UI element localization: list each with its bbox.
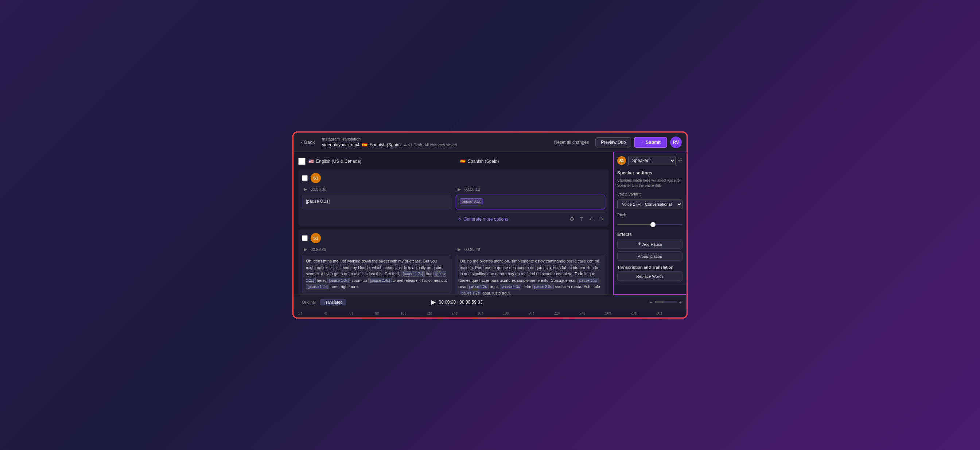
pitch-slider[interactable] [617, 221, 682, 228]
voice-variant-dropdown[interactable]: Voice 1 (F) - ConversationalVoice 2 (M) … [617, 200, 682, 209]
segment-1-text-left-content: [pause 0.1s] [306, 199, 329, 204]
segment-2-play-left[interactable]: ▶ [302, 246, 309, 253]
select-all-checkbox[interactable] [298, 158, 305, 165]
segment-1-play-left[interactable]: ▶ [302, 186, 309, 193]
pause-tag-5: [pause 1.2s] [306, 284, 329, 290]
pitch-slider-thumb[interactable] [651, 222, 655, 227]
segment-1-text-right[interactable]: pause 0.1s [456, 195, 605, 209]
translated-tab[interactable]: Translated [320, 299, 346, 306]
replace-words-button[interactable]: Replace Words [617, 271, 682, 281]
effects-title: Effects [617, 232, 682, 237]
undo-button[interactable]: ↶ [588, 215, 595, 223]
segment-1-text-left[interactable]: [pause 0.1s] [302, 195, 451, 209]
tick-18s: 18s [503, 311, 528, 315]
tick-26s: 26s [605, 311, 631, 315]
submit-button[interactable]: ✓ Submit [634, 137, 667, 148]
segment-2-left: ▶ 00:28:49 Oh, don't mind me just walkin… [302, 246, 451, 295]
text-icon-button[interactable]: T [579, 215, 585, 223]
file-name: videoplayback.mp4 [322, 143, 360, 147]
main-play-button[interactable]: ▶ [431, 299, 436, 306]
timeline-bar[interactable]: 2s 4s 6s 8s 10s 12s 14s 16s 18s 20s 22s … [294, 309, 686, 317]
back-chevron-icon: ‹ [301, 139, 302, 145]
editor-area[interactable]: 🇺🇸 English (US & Canada) 🇪🇸 Spanish (Spa… [294, 152, 613, 295]
zoom-slider-track[interactable] [655, 301, 677, 303]
seg2-pause-3: pause 1.3s [500, 284, 521, 290]
back-label: Back [304, 139, 315, 145]
redo-button[interactable]: ↷ [598, 215, 605, 223]
language-flag: 🇪🇸 [362, 142, 368, 147]
segment-1-right: ▶ 00:00:10 pause 0.1s ↻ Generate more op… [456, 186, 605, 223]
preview-dub-button[interactable]: Preview Dub [595, 137, 631, 147]
voice-variant-label: Voice Variant [617, 192, 682, 196]
speaker-dropdown[interactable]: Speaker 1 [628, 156, 676, 165]
tick-12s: 12s [426, 311, 452, 315]
pitch-label: Pitch [617, 212, 682, 217]
original-tab[interactable]: Original [298, 299, 320, 306]
add-pause-button[interactable]: ✚ Add Pause [617, 239, 682, 249]
submit-label: Submit [646, 140, 660, 145]
split-icon-button[interactable]: ✠ [568, 215, 576, 223]
pause-tag-3: [pause 1.3s] [327, 278, 350, 283]
tick-4s: 4s [324, 311, 349, 315]
effects-section: Effects ✚ Add Pause Pronunciation [617, 232, 682, 261]
segment-1-timestamp-left: ▶ 00:00:08 [302, 186, 451, 193]
tick-22s: 22s [554, 311, 579, 315]
speaker-settings-section: Speaker settings Changes made here will … [617, 169, 682, 188]
reset-button[interactable]: Reset all changes [550, 138, 592, 147]
speaker-settings-icon-button[interactable]: ☷ [678, 158, 682, 163]
speaker-select-row: S1 Speaker 1 ☷ [617, 156, 682, 165]
segment-card-1: S1 ▶ 00:00:08 [pause 0.1s] ▶ [298, 169, 609, 227]
generate-more-options-button[interactable]: ↻ Generate more options [456, 215, 511, 223]
segment-1-left: ▶ 00:00:08 [pause 0.1s] [302, 186, 451, 223]
segment-1-checkbox[interactable] [302, 175, 308, 181]
generate-label: Generate more options [463, 217, 508, 222]
back-button[interactable]: ‹ Back [298, 138, 318, 146]
tick-2s: 2s [298, 311, 324, 315]
segment-2-checkbox[interactable] [302, 235, 308, 241]
header-file: videoplayback.mp4 🇪🇸 Spanish (Spain) ☁ v… [322, 142, 457, 147]
segment-2-speaker-badge: S1 [310, 233, 321, 243]
pronunciation-label: Pronunciation [638, 254, 662, 258]
segment-2-text-left[interactable]: Oh, don't mind me just walking down the … [302, 255, 451, 293]
add-pause-icon: ✚ [638, 242, 641, 247]
pause-tag-1: [pause 1.2s] [401, 271, 425, 277]
orig-translated-tabs: Original Translated [298, 299, 346, 306]
seg2-pause-4: pause 2.9s [532, 284, 554, 290]
segment-1-time-right: 00:00:10 [465, 187, 480, 192]
seg2-pause-1: pause 1.2s [578, 278, 599, 283]
tick-8s: 8s [375, 311, 400, 315]
cloud-icon: ☁ [403, 143, 407, 147]
segment-1-pause-tag: pause 0.1s [460, 198, 483, 204]
speaker-settings-subtitle: Changes made here will affect voice for … [617, 178, 682, 188]
segment-2-right: ▶ 00:28:49 Oh, no me prestes atención, s… [456, 246, 605, 295]
zoom-out-button[interactable]: − [650, 299, 652, 305]
segment-2-play-right[interactable]: ▶ [456, 246, 462, 253]
toolbar-icons: ✠ T ↶ ↷ [568, 215, 605, 223]
segment-1-timestamp-right: ▶ 00:00:10 [456, 186, 605, 193]
seg2-pause-5: pause 1.2s [460, 290, 481, 295]
segment-2-time-right: 00:28:49 [465, 247, 480, 252]
segment-card-2: S1 ▶ 00:28:49 Oh, don't mind me just wal… [298, 229, 609, 295]
tick-6s: 6s [349, 311, 375, 315]
zoom-controls: − + [650, 299, 682, 305]
zoom-slider-fill [655, 301, 663, 303]
language-label: Spanish (Spain) [370, 143, 401, 147]
pitch-slider-fill [617, 224, 653, 225]
pronunciation-button[interactable]: Pronunciation [617, 251, 682, 261]
segment-1-play-right[interactable]: ▶ [456, 186, 462, 193]
pitch-section: Pitch [617, 212, 682, 228]
tick-30s: 30s [656, 311, 682, 315]
add-pause-label: Add Pause [643, 242, 662, 247]
segment-2-timestamp-right: ▶ 00:28:49 [456, 246, 605, 253]
segment-1-speaker-badge: S1 [310, 173, 321, 183]
zoom-in-button[interactable]: + [679, 299, 682, 305]
pause-tag-4: [pause 2.9s] [368, 278, 391, 283]
header-actions: Reset all changes Preview Dub ✓ Submit R… [550, 136, 682, 148]
segment-2-text-right[interactable]: Oh, no me prestes atención, simplemente … [456, 255, 605, 295]
timeline-ticks: 2s 4s 6s 8s 10s 12s 14s 16s 18s 20s 22s … [298, 311, 682, 315]
avatar-button[interactable]: RV [670, 136, 682, 148]
segment-2-timestamp-left: ▶ 00:28:49 [302, 246, 451, 253]
left-lang-label: English (US & Canada) [316, 159, 361, 164]
tick-20s: 20s [528, 311, 554, 315]
segment-2-time-left: 00:28:49 [310, 247, 326, 252]
